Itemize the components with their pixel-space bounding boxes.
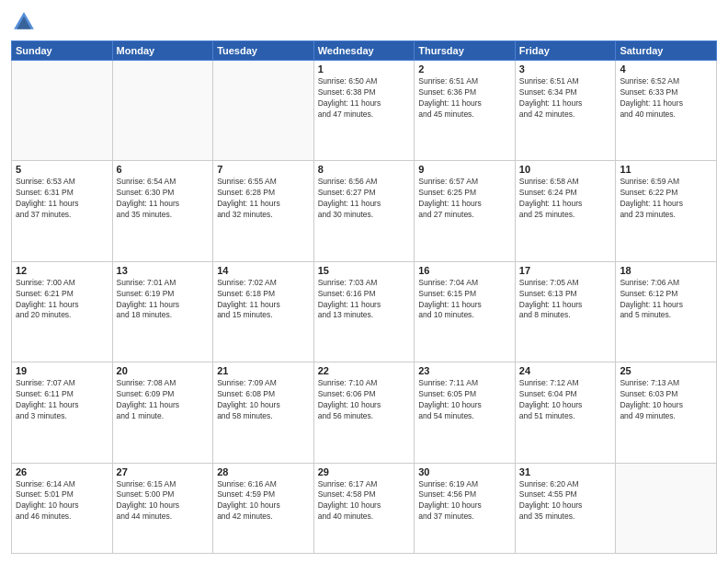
day-info: Sunrise: 7:05 AM Sunset: 6:13 PM Dayligh…	[519, 278, 612, 322]
day-number: 8	[318, 164, 411, 175]
day-number: 30	[418, 466, 511, 477]
calendar-day-cell	[213, 61, 314, 161]
col-header-friday: Friday	[515, 41, 616, 61]
day-info: Sunrise: 6:15 AM Sunset: 5:00 PM Dayligh…	[117, 479, 210, 523]
day-info: Sunrise: 7:09 AM Sunset: 6:08 PM Dayligh…	[217, 378, 310, 422]
col-header-sunday: Sunday	[12, 41, 113, 61]
day-number: 11	[620, 164, 712, 175]
calendar-day-cell: 14Sunrise: 7:02 AM Sunset: 6:18 PM Dayli…	[213, 261, 314, 362]
day-info: Sunrise: 7:12 AM Sunset: 6:04 PM Dayligh…	[519, 378, 612, 422]
day-number: 1	[318, 63, 411, 75]
day-number: 31	[519, 466, 612, 477]
day-number: 22	[318, 365, 411, 376]
day-number: 6	[117, 164, 210, 175]
day-number: 18	[620, 265, 712, 276]
logo	[11, 9, 40, 35]
calendar-day-cell: 27Sunrise: 6:15 AM Sunset: 5:00 PM Dayli…	[112, 463, 213, 554]
calendar-day-cell: 10Sunrise: 6:58 AM Sunset: 6:24 PM Dayli…	[515, 161, 616, 261]
calendar-day-cell: 29Sunrise: 6:17 AM Sunset: 4:58 PM Dayli…	[313, 463, 415, 554]
calendar-day-cell: 2Sunrise: 6:51 AM Sunset: 6:36 PM Daylig…	[415, 61, 516, 161]
col-header-wednesday: Wednesday	[313, 41, 415, 61]
day-info: Sunrise: 6:20 AM Sunset: 4:55 PM Dayligh…	[519, 479, 612, 523]
day-number: 21	[217, 365, 310, 376]
day-number: 17	[519, 265, 612, 276]
day-number: 2	[418, 63, 511, 75]
day-number: 20	[117, 365, 210, 376]
calendar-day-cell: 16Sunrise: 7:04 AM Sunset: 6:15 PM Dayli…	[415, 261, 516, 362]
calendar-day-cell: 21Sunrise: 7:09 AM Sunset: 6:08 PM Dayli…	[213, 362, 314, 463]
calendar-day-cell: 12Sunrise: 7:00 AM Sunset: 6:21 PM Dayli…	[12, 261, 113, 362]
day-info: Sunrise: 6:55 AM Sunset: 6:28 PM Dayligh…	[217, 177, 310, 221]
calendar-day-cell: 18Sunrise: 7:06 AM Sunset: 6:12 PM Dayli…	[616, 261, 717, 362]
logo-icon	[11, 9, 37, 35]
calendar-header-row: SundayMondayTuesdayWednesdayThursdayFrid…	[12, 41, 717, 61]
calendar-day-cell: 7Sunrise: 6:55 AM Sunset: 6:28 PM Daylig…	[213, 161, 314, 261]
day-info: Sunrise: 6:57 AM Sunset: 6:25 PM Dayligh…	[418, 177, 511, 221]
day-number: 29	[318, 466, 411, 477]
calendar-week-row: 19Sunrise: 7:07 AM Sunset: 6:11 PM Dayli…	[12, 362, 717, 463]
calendar-day-cell	[616, 463, 717, 554]
day-number: 3	[519, 63, 612, 75]
col-header-tuesday: Tuesday	[213, 41, 314, 61]
day-number: 27	[117, 466, 210, 477]
day-number: 15	[318, 265, 411, 276]
day-number: 26	[16, 466, 108, 477]
calendar-day-cell: 19Sunrise: 7:07 AM Sunset: 6:11 PM Dayli…	[12, 362, 113, 463]
day-info: Sunrise: 6:51 AM Sunset: 6:36 PM Dayligh…	[418, 76, 511, 121]
day-info: Sunrise: 7:02 AM Sunset: 6:18 PM Dayligh…	[217, 278, 310, 322]
day-info: Sunrise: 7:03 AM Sunset: 6:16 PM Dayligh…	[318, 278, 411, 322]
calendar-day-cell: 28Sunrise: 6:16 AM Sunset: 4:59 PM Dayli…	[213, 463, 314, 554]
day-info: Sunrise: 7:04 AM Sunset: 6:15 PM Dayligh…	[418, 278, 511, 322]
day-info: Sunrise: 6:54 AM Sunset: 6:30 PM Dayligh…	[117, 177, 210, 221]
calendar-day-cell: 5Sunrise: 6:53 AM Sunset: 6:31 PM Daylig…	[12, 161, 113, 261]
calendar-day-cell: 6Sunrise: 6:54 AM Sunset: 6:30 PM Daylig…	[112, 161, 213, 261]
calendar-day-cell: 1Sunrise: 6:50 AM Sunset: 6:38 PM Daylig…	[313, 61, 415, 161]
day-number: 7	[217, 164, 310, 175]
col-header-thursday: Thursday	[415, 41, 516, 61]
day-number: 4	[620, 63, 712, 75]
day-number: 9	[418, 164, 511, 175]
calendar-day-cell: 4Sunrise: 6:52 AM Sunset: 6:33 PM Daylig…	[616, 61, 717, 161]
day-info: Sunrise: 7:13 AM Sunset: 6:03 PM Dayligh…	[620, 378, 712, 422]
day-info: Sunrise: 6:52 AM Sunset: 6:33 PM Dayligh…	[620, 76, 712, 121]
calendar-day-cell	[112, 61, 213, 161]
calendar-day-cell: 9Sunrise: 6:57 AM Sunset: 6:25 PM Daylig…	[415, 161, 516, 261]
calendar-day-cell: 24Sunrise: 7:12 AM Sunset: 6:04 PM Dayli…	[515, 362, 616, 463]
calendar-day-cell: 23Sunrise: 7:11 AM Sunset: 6:05 PM Dayli…	[415, 362, 516, 463]
calendar-day-cell: 31Sunrise: 6:20 AM Sunset: 4:55 PM Dayli…	[515, 463, 616, 554]
day-number: 16	[418, 265, 511, 276]
day-info: Sunrise: 6:59 AM Sunset: 6:22 PM Dayligh…	[620, 177, 712, 221]
day-number: 19	[16, 365, 108, 376]
day-info: Sunrise: 6:50 AM Sunset: 6:38 PM Dayligh…	[318, 76, 411, 121]
day-info: Sunrise: 7:08 AM Sunset: 6:09 PM Dayligh…	[117, 378, 210, 422]
calendar-day-cell	[12, 61, 113, 161]
day-number: 25	[620, 365, 712, 376]
day-info: Sunrise: 7:11 AM Sunset: 6:05 PM Dayligh…	[418, 378, 511, 422]
calendar-day-cell: 3Sunrise: 6:51 AM Sunset: 6:34 PM Daylig…	[515, 61, 616, 161]
day-info: Sunrise: 7:00 AM Sunset: 6:21 PM Dayligh…	[16, 278, 108, 322]
day-info: Sunrise: 6:56 AM Sunset: 6:27 PM Dayligh…	[318, 177, 411, 221]
day-number: 10	[519, 164, 612, 175]
calendar-week-row: 12Sunrise: 7:00 AM Sunset: 6:21 PM Dayli…	[12, 261, 717, 362]
col-header-saturday: Saturday	[616, 41, 717, 61]
calendar-day-cell: 26Sunrise: 6:14 AM Sunset: 5:01 PM Dayli…	[12, 463, 113, 554]
day-info: Sunrise: 6:19 AM Sunset: 4:56 PM Dayligh…	[418, 479, 511, 523]
day-info: Sunrise: 7:06 AM Sunset: 6:12 PM Dayligh…	[620, 278, 712, 322]
page: SundayMondayTuesdayWednesdayThursdayFrid…	[0, 0, 728, 563]
day-info: Sunrise: 6:17 AM Sunset: 4:58 PM Dayligh…	[318, 479, 411, 523]
day-info: Sunrise: 6:51 AM Sunset: 6:34 PM Dayligh…	[519, 76, 612, 121]
day-info: Sunrise: 6:53 AM Sunset: 6:31 PM Dayligh…	[16, 177, 108, 221]
day-number: 14	[217, 265, 310, 276]
calendar-day-cell: 22Sunrise: 7:10 AM Sunset: 6:06 PM Dayli…	[313, 362, 415, 463]
day-info: Sunrise: 6:16 AM Sunset: 4:59 PM Dayligh…	[217, 479, 310, 523]
calendar-day-cell: 25Sunrise: 7:13 AM Sunset: 6:03 PM Dayli…	[616, 362, 717, 463]
day-info: Sunrise: 6:58 AM Sunset: 6:24 PM Dayligh…	[519, 177, 612, 221]
calendar-day-cell: 15Sunrise: 7:03 AM Sunset: 6:16 PM Dayli…	[313, 261, 415, 362]
calendar-table: SundayMondayTuesdayWednesdayThursdayFrid…	[11, 40, 717, 554]
day-number: 5	[16, 164, 108, 175]
day-info: Sunrise: 7:10 AM Sunset: 6:06 PM Dayligh…	[318, 378, 411, 422]
day-info: Sunrise: 7:01 AM Sunset: 6:19 PM Dayligh…	[117, 278, 210, 322]
day-info: Sunrise: 6:14 AM Sunset: 5:01 PM Dayligh…	[16, 479, 108, 523]
day-info: Sunrise: 7:07 AM Sunset: 6:11 PM Dayligh…	[16, 378, 108, 422]
calendar-day-cell: 17Sunrise: 7:05 AM Sunset: 6:13 PM Dayli…	[515, 261, 616, 362]
